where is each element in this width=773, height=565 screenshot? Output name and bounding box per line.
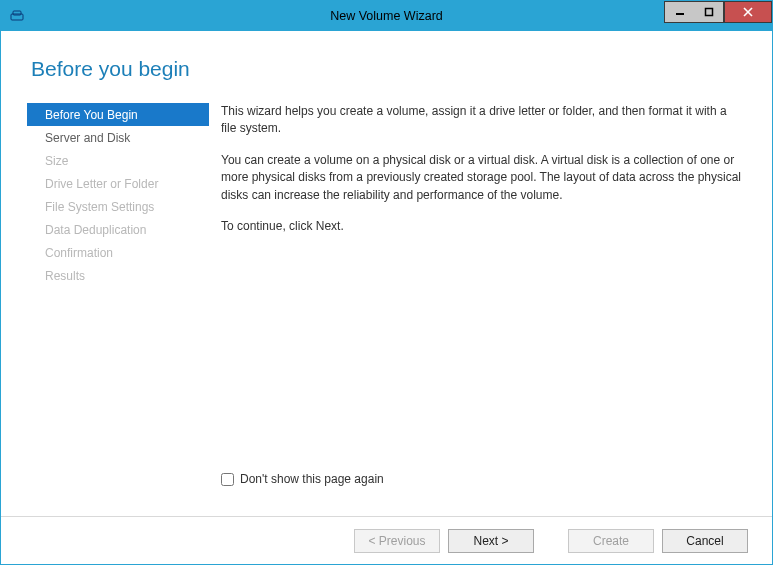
next-button[interactable]: Next > bbox=[448, 529, 534, 553]
sidebar-item-size: Size bbox=[27, 149, 209, 172]
sidebar-item-label: Server and Disk bbox=[45, 131, 130, 145]
sidebar-item-label: Drive Letter or Folder bbox=[45, 177, 158, 191]
dont-show-again-checkbox[interactable] bbox=[221, 473, 234, 486]
page-heading: Before you begin bbox=[31, 57, 746, 81]
maximize-button[interactable] bbox=[694, 1, 724, 23]
sidebar-item-drive-letter: Drive Letter or Folder bbox=[27, 172, 209, 195]
body-row: Before You Begin Server and Disk Size Dr… bbox=[27, 103, 746, 516]
app-icon bbox=[9, 8, 25, 24]
sidebar-item-label: File System Settings bbox=[45, 200, 154, 214]
wizard-window: New Volume Wizard Before you begin Befor… bbox=[0, 0, 773, 565]
sidebar-item-label: Confirmation bbox=[45, 246, 113, 260]
titlebar[interactable]: New Volume Wizard bbox=[1, 1, 772, 31]
intro-paragraph-3: To continue, click Next. bbox=[221, 218, 742, 235]
sidebar-item-before-you-begin[interactable]: Before You Begin bbox=[27, 103, 209, 126]
footer: < Previous Next > Create Cancel bbox=[1, 516, 772, 564]
previous-button: < Previous bbox=[354, 529, 440, 553]
sidebar-item-results: Results bbox=[27, 264, 209, 287]
sidebar-item-file-system: File System Settings bbox=[27, 195, 209, 218]
content-area: Before you begin Before You Begin Server… bbox=[1, 31, 772, 516]
sidebar-item-label: Data Deduplication bbox=[45, 223, 146, 237]
intro-paragraph-2: You can create a volume on a physical di… bbox=[221, 152, 742, 204]
sidebar: Before You Begin Server and Disk Size Dr… bbox=[27, 103, 209, 516]
window-controls bbox=[664, 1, 772, 23]
cancel-button[interactable]: Cancel bbox=[662, 529, 748, 553]
intro-paragraph-1: This wizard helps you create a volume, a… bbox=[221, 103, 742, 138]
create-button: Create bbox=[568, 529, 654, 553]
sidebar-item-server-and-disk[interactable]: Server and Disk bbox=[27, 126, 209, 149]
sidebar-item-label: Results bbox=[45, 269, 85, 283]
sidebar-item-label: Size bbox=[45, 154, 68, 168]
main-pane: This wizard helps you create a volume, a… bbox=[209, 103, 746, 516]
sidebar-item-label: Before You Begin bbox=[45, 108, 138, 122]
window-title: New Volume Wizard bbox=[1, 9, 772, 23]
minimize-button[interactable] bbox=[664, 1, 694, 23]
sidebar-item-dedup: Data Deduplication bbox=[27, 218, 209, 241]
svg-rect-3 bbox=[705, 9, 712, 16]
dont-show-again-row[interactable]: Don't show this page again bbox=[221, 471, 742, 488]
close-button[interactable] bbox=[724, 1, 772, 23]
dont-show-again-label: Don't show this page again bbox=[240, 471, 384, 488]
sidebar-item-confirmation: Confirmation bbox=[27, 241, 209, 264]
